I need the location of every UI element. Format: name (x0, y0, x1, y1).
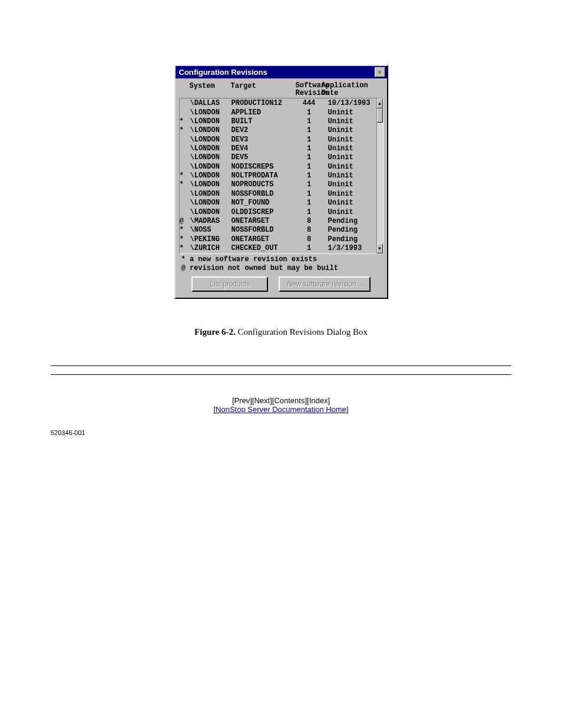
row-date: Uninit (328, 153, 376, 162)
table-row[interactable]: \LONDONDEV31Uninit (180, 136, 376, 144)
row-flag: * (180, 180, 190, 189)
row-date: Uninit (328, 144, 376, 153)
table-row[interactable]: \LONDONAPPLIED1Uninit (180, 108, 376, 117)
row-revision: 1 (296, 199, 328, 207)
revisions-list[interactable]: \DALLASPRODUCTION1244410/13/1993 \LONDON… (179, 98, 384, 254)
row-target: APPLIED (232, 108, 296, 117)
header-system: System (190, 82, 231, 97)
scrollbar[interactable]: ▲ ▼ (376, 98, 383, 253)
header-target: Target (231, 82, 296, 97)
list-products-button[interactable]: List products (191, 276, 268, 292)
row-revision: 8 (296, 226, 328, 235)
row-system: \ZURICH (190, 244, 232, 253)
row-flag (180, 144, 190, 153)
row-system: \MADRAS (190, 217, 232, 226)
row-date: 1/3/1993 (328, 244, 376, 253)
scroll-track[interactable] (377, 108, 383, 243)
row-system: \LONDON (190, 172, 232, 180)
row-system: \PEKING (190, 235, 232, 244)
row-target: NOT_FOUND (232, 199, 296, 207)
scroll-thumb[interactable] (377, 108, 383, 123)
row-system: \LONDON (190, 180, 232, 189)
row-date: Uninit (328, 199, 376, 207)
row-system: \LONDON (190, 136, 232, 144)
row-target: DEV5 (232, 153, 296, 162)
table-row[interactable]: \LONDONNOT_FOUND1Uninit (180, 199, 376, 207)
table-row[interactable]: * \LONDONNOPRODUCTS1Uninit (180, 180, 376, 189)
row-date: Uninit (328, 172, 376, 180)
row-revision: 1 (296, 144, 328, 153)
row-date: Pending (328, 226, 376, 235)
row-system: \LONDON (190, 144, 232, 153)
row-target: NOLTPRODATA (232, 172, 296, 180)
row-system: \LONDON (190, 208, 232, 217)
new-software-revision-button[interactable]: New software revision... (279, 276, 370, 292)
row-target: NOSSFORBLD (232, 190, 296, 199)
row-revision: 1 (296, 180, 328, 189)
doc-number: 520346-001 (51, 429, 562, 436)
config-revisions-dialog: Configuration Revisions × System Target … (174, 65, 388, 299)
row-flag: * (180, 172, 190, 180)
table-row[interactable]: \LONDONDEV51Uninit (180, 153, 376, 162)
row-flag (180, 108, 190, 117)
titlebar: Configuration Revisions × (176, 66, 387, 78)
table-row[interactable]: * \ZURICHCHECKED_OUT11/3/1993 (180, 244, 376, 253)
row-system: \LONDON (190, 199, 232, 207)
row-date: Uninit (328, 163, 376, 172)
row-revision: 1 (296, 172, 328, 180)
row-revision: 1 (296, 190, 328, 199)
row-date: Uninit (328, 136, 376, 144)
row-target: DEV3 (232, 136, 296, 144)
table-row[interactable]: @ \MADRASONETARGET8Pending (180, 217, 376, 226)
home-link[interactable]: NonStop Server Documentation Home (216, 405, 346, 414)
row-flag: @ (180, 217, 190, 226)
table-row[interactable]: \DALLASPRODUCTION1244410/13/1993 (180, 99, 376, 108)
home-bracket-close: ] (346, 405, 349, 414)
figure-title: Configuration Revisions Dialog Box (236, 327, 368, 337)
table-row[interactable]: \LONDONOLDDISCREP1Uninit (180, 208, 376, 217)
divider (51, 374, 511, 375)
row-revision: 444 (296, 99, 328, 108)
row-target: CHECKED_OUT (232, 244, 296, 253)
row-revision: 8 (296, 217, 328, 226)
row-target: DEV2 (232, 126, 296, 135)
row-flag: * (180, 235, 190, 244)
row-date: Pending (328, 217, 376, 226)
row-date: Uninit (328, 208, 376, 217)
row-system: \LONDON (190, 190, 232, 199)
row-revision: 1 (296, 108, 328, 117)
row-flag (180, 99, 190, 108)
row-flag (180, 136, 190, 144)
row-system: \LONDON (190, 126, 232, 135)
row-flag: * (180, 226, 190, 235)
row-date: Uninit (328, 126, 376, 135)
figure-label: Figure 6-2. (194, 327, 236, 337)
row-target: OLDDISCREP (232, 208, 296, 217)
table-row[interactable]: * \PEKINGONETARGET8Pending (180, 235, 376, 244)
row-date: Pending (328, 235, 376, 244)
nav-links[interactable]: [Prev][Next][Contents][Index] (232, 396, 330, 405)
table-row[interactable]: \LONDONDEV41Uninit (180, 144, 376, 153)
row-system: \LONDON (190, 117, 232, 126)
table-row[interactable]: \LONDONNOSSFORBLD1Uninit (180, 190, 376, 199)
close-icon[interactable]: × (375, 67, 385, 77)
row-flag (180, 208, 190, 217)
scroll-up-icon[interactable]: ▲ (377, 98, 383, 108)
row-target: NOPRODUCTS (232, 180, 296, 189)
row-date: Uninit (328, 117, 376, 126)
table-row[interactable]: \LONDONNODISCREPS1Uninit (180, 163, 376, 172)
header-revision: SoftwareRevision (296, 82, 322, 97)
figure-caption: Figure 6-2. Configuration Revisions Dial… (0, 327, 562, 337)
scroll-down-icon[interactable]: ▼ (377, 243, 383, 253)
row-revision: 1 (296, 126, 328, 135)
row-target: BUILT (232, 117, 296, 126)
row-flag: * (180, 244, 190, 253)
row-revision: 8 (296, 235, 328, 244)
row-flag (180, 153, 190, 162)
table-row[interactable]: * \LONDONDEV21Uninit (180, 126, 376, 135)
row-system: \LONDON (190, 163, 232, 172)
table-row[interactable]: * \NOSSNOSSFORBLD8Pending (180, 226, 376, 235)
table-row[interactable]: * \LONDONNOLTPRODATA1Uninit (180, 172, 376, 180)
table-row[interactable]: * \LONDONBUILT1Uninit (180, 117, 376, 126)
row-date: Uninit (328, 190, 376, 199)
